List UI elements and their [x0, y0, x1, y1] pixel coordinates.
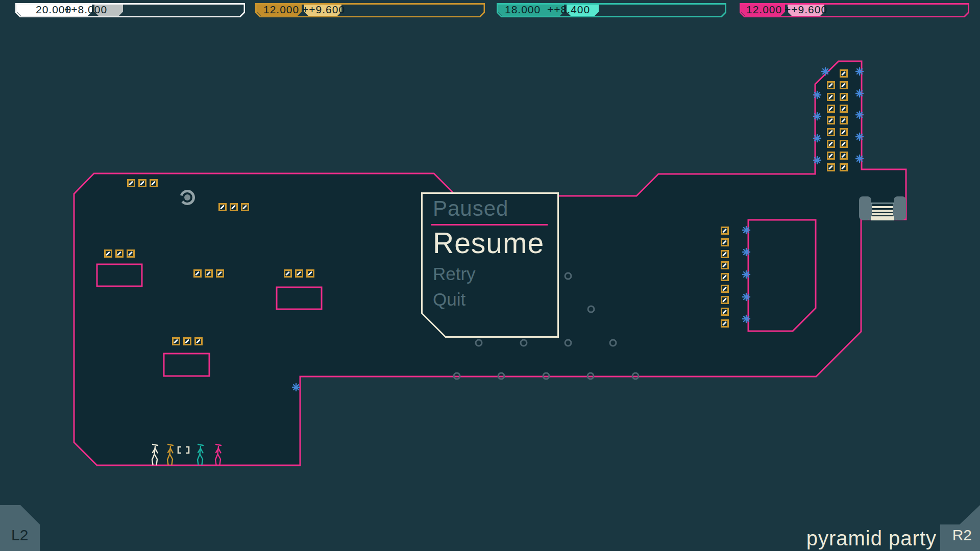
mine: [743, 248, 750, 256]
gold-piece: [841, 82, 847, 89]
gold-piece: [841, 164, 847, 171]
gold-piece: [184, 338, 191, 345]
gold-piece: [841, 141, 847, 147]
gold-piece: [722, 286, 728, 292]
mine: [743, 315, 750, 322]
mine: [814, 113, 821, 120]
gold-piece: [828, 117, 835, 124]
gold-piece: [828, 141, 835, 147]
gold-piece: [128, 251, 134, 257]
gold-piece: [841, 70, 847, 77]
timer-value: 12.000: [746, 4, 782, 16]
gold-piece: [116, 251, 123, 257]
gold-piece: [828, 82, 835, 89]
gold-piece: [722, 297, 728, 304]
gold-piece: [139, 180, 146, 187]
mine: [856, 90, 863, 97]
player4-timer-bar: 12.000 ++9.600: [740, 3, 969, 17]
timer-value: 18.000: [505, 4, 541, 16]
gold-piece: [195, 338, 202, 345]
gold-piece: [828, 153, 835, 159]
gold-piece: [307, 270, 314, 277]
gold-piece: [173, 338, 180, 345]
gold-piece: [296, 270, 303, 277]
level-name: pyramid party: [806, 527, 937, 550]
mine: [856, 133, 863, 140]
timer-bonus-value: ++9.600: [785, 4, 827, 16]
mine: [856, 155, 863, 162]
gold-piece: [841, 106, 847, 112]
menu-item-retry[interactable]: Retry: [433, 264, 476, 284]
gold-piece: [841, 129, 847, 136]
timer-bonus-value: ++9.600: [302, 4, 345, 16]
gold-piece: [285, 270, 291, 277]
pause-menu-underline: [431, 224, 548, 226]
gold-piece: [828, 94, 835, 101]
player2-timer-bar: 12.000 ++9.600: [255, 3, 485, 17]
gold-piece: [231, 204, 237, 211]
gold-piece: [722, 239, 728, 246]
gold-piece: [105, 251, 112, 257]
gold-piece: [151, 180, 157, 187]
gold-piece: [128, 180, 135, 187]
left-shoulder-label: L2: [11, 527, 28, 544]
timer-bonus-value: ++8.400: [547, 4, 590, 16]
gold-piece: [722, 274, 728, 281]
mine: [856, 111, 863, 118]
mine: [292, 384, 300, 391]
gold-piece: [828, 129, 835, 136]
gold-piece: [722, 309, 728, 315]
gold-piece: [242, 204, 249, 211]
pause-menu: Paused Resume Retry Quit: [421, 192, 559, 338]
gold-piece: [722, 251, 728, 258]
gold-piece: [722, 228, 728, 234]
mine: [743, 227, 750, 234]
mine: [814, 157, 821, 164]
gold-piece: [841, 94, 847, 101]
gold-piece: [722, 320, 728, 327]
mine: [814, 135, 821, 142]
player3-timer-bar: 18.000 ++8.400: [497, 3, 726, 17]
gold-piece: [217, 270, 224, 277]
mine: [743, 293, 750, 300]
timer-value: 12.000: [263, 4, 299, 16]
timer-bonus-value: ++8.000: [64, 4, 107, 16]
gold-piece: [841, 117, 847, 124]
gold-piece: [206, 270, 212, 277]
mine: [814, 91, 821, 98]
gold-piece: [194, 270, 201, 277]
gold-piece: [828, 106, 835, 112]
player1-timer-bar: 20.000 ++8.000: [15, 3, 245, 17]
pause-menu-title: Paused: [433, 196, 508, 221]
gold-piece: [828, 164, 835, 171]
menu-item-resume[interactable]: Resume: [433, 226, 544, 260]
menu-item-quit[interactable]: Quit: [433, 289, 465, 310]
gold-piece: [841, 153, 847, 159]
mine: [822, 68, 829, 75]
right-shoulder-label: R2: [952, 527, 972, 544]
mine: [743, 271, 750, 278]
mine: [856, 68, 863, 75]
gold-piece: [722, 262, 728, 269]
gold-piece: [219, 204, 226, 211]
